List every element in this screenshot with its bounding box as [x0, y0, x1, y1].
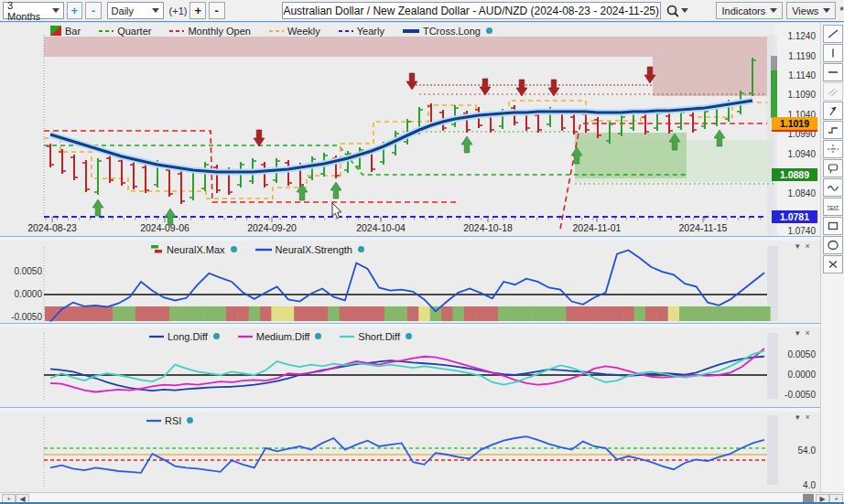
text-tool[interactable]: TEXT [823, 198, 843, 216]
diff-close-icon[interactable]: × [806, 328, 810, 338]
delete-tool[interactable] [823, 255, 843, 273]
short-diff-legend-icon [340, 334, 354, 339]
legend-item-weekly[interactable]: Weekly [269, 26, 320, 37]
toolbar: 3 Months + - Daily (+1) + - Australian D… [0, 0, 844, 22]
info-dot-icon[interactable] [486, 27, 492, 34]
rsi-panel-canvas[interactable] [0, 412, 820, 492]
price-tag: 1.1019 [772, 117, 817, 132]
callout-icon [827, 163, 839, 174]
neuralx-panel-canvas[interactable] [0, 241, 820, 323]
legend-label: Yearly [357, 26, 384, 37]
info-dot-icon[interactable] [358, 246, 364, 252]
legend-label: Long.Diff [168, 331, 208, 342]
main-chart-canvas[interactable] [0, 23, 820, 236]
neuralx-close-icon[interactable]: × [806, 241, 810, 251]
period-plus-button[interactable]: + [189, 2, 206, 19]
horizontal-line-tool[interactable] [823, 63, 843, 81]
legend-item-short-diff[interactable]: Short.Diff [340, 331, 412, 342]
panel-bg [0, 412, 820, 492]
price-tag: 1.0781 [772, 210, 817, 223]
star-indicator: * [839, 5, 844, 17]
parallel-lines-tool [823, 82, 843, 101]
diff-axis-label: -0.0050 [774, 390, 816, 400]
range-select[interactable]: 3 Months [3, 2, 64, 19]
legend-item-neuralx-strength[interactable]: NeuralX.Strength [255, 244, 364, 255]
legend-item-rsi[interactable]: RSI [146, 415, 193, 426]
indicators-button[interactable]: Indicators [716, 2, 783, 19]
shaded-band [653, 57, 767, 96]
shaded-band [771, 70, 777, 118]
rectangle-icon [827, 220, 839, 231]
period-minus-button[interactable]: - [209, 2, 225, 19]
rsi-collapse-icon[interactable]: ▾ [795, 413, 800, 422]
buy-arrow-icon [330, 182, 341, 198]
info-dot-icon[interactable] [187, 417, 193, 424]
info-dot-icon[interactable] [231, 246, 237, 252]
rsi-axis-label: 54.0 [774, 445, 816, 456]
buy-arrow-icon [297, 184, 308, 200]
diff-collapse-icon[interactable]: ▾ [795, 328, 800, 338]
legend-item-long-diff[interactable]: Long.Diff [149, 331, 220, 342]
neuralx-collapse-icon[interactable]: ▾ [795, 241, 800, 251]
yearly-legend-icon [339, 28, 353, 34]
legend-item-tcross-long[interactable]: TCross.Long [403, 26, 492, 37]
wave-tool[interactable] [823, 178, 843, 197]
crosshair-icon [827, 144, 839, 155]
period-select[interactable]: Daily [107, 2, 164, 19]
legend-label: NeuralX.Strength [276, 244, 352, 255]
chevron-down-icon [770, 8, 777, 13]
sell-arrow-icon [548, 80, 559, 96]
neuralx-panel-legend: NeuralX.Max NeuralX.Strength [151, 243, 377, 255]
indicators-button-label: Indicators [721, 5, 765, 16]
views-button[interactable]: Views [786, 2, 836, 19]
trend-line-tool[interactable] [823, 25, 843, 43]
buy-arrow-icon [165, 209, 176, 225]
diff-panel-legend: Long.Diff Medium.Diff Short.Diff [149, 330, 425, 342]
neuralx-max-strip [45, 306, 771, 321]
legend-item-yearly[interactable]: Yearly [339, 26, 384, 37]
medium-diff-legend-icon [238, 334, 253, 339]
diff-axis-label: 0.0050 [774, 349, 816, 359]
fib-tool[interactable] [823, 121, 843, 139]
legend-item-monthly-open[interactable]: Monthly Open [169, 26, 250, 37]
vertical-line-tool[interactable] [823, 44, 843, 62]
range-zoom-in-button[interactable]: + [67, 2, 83, 19]
sell-arrow-icon [254, 130, 265, 146]
scrollbar-thumb[interactable] [803, 494, 814, 502]
ellipse-tool[interactable] [823, 236, 843, 254]
legend-item-bar[interactable]: Bar [50, 26, 81, 37]
info-dot-icon[interactable] [315, 333, 321, 339]
search-icon[interactable] [665, 4, 679, 18]
info-dot-icon[interactable] [213, 333, 220, 339]
rsi-panel-legend: RSI [146, 414, 206, 426]
rectangle-tool[interactable] [823, 217, 843, 235]
legend-item-quarter[interactable]: Quarter [99, 26, 151, 37]
legend-label: TCross.Long [423, 26, 481, 37]
text-icon: TEXT [827, 201, 839, 212]
neuralx-axis-label: 0.0000 [0, 289, 42, 299]
range-zoom-out-button[interactable]: - [85, 2, 102, 19]
chevron-down-icon [823, 8, 830, 13]
period-offset-label: (+1) [169, 5, 188, 16]
flag-tool[interactable] [823, 102, 843, 120]
ellipse-icon [827, 240, 839, 251]
rsi-axis-label: 4.0 [774, 480, 816, 490]
rsi-close-icon[interactable]: × [806, 413, 810, 422]
main-chart-legend: Bar Quarter Monthly Open Weekly Yearly T… [50, 25, 505, 37]
legend-item-neuralx-max[interactable]: NeuralX.Max [151, 244, 237, 255]
range-select-value: 3 Months [7, 0, 48, 22]
legend-label: Weekly [287, 26, 320, 37]
info-dot-icon[interactable] [406, 333, 412, 339]
horizontal-line-icon [827, 67, 839, 78]
crosshair-tool[interactable] [823, 140, 843, 158]
bar-legend-icon [50, 26, 61, 36]
trend-line-icon [827, 28, 839, 39]
neuralx-strength-legend-icon [255, 247, 272, 252]
search-dropdown-icon[interactable] [681, 8, 688, 13]
callout-tool[interactable] [823, 159, 843, 177]
sell-arrow-icon [480, 79, 491, 95]
legend-label: NeuralX.Max [167, 244, 225, 255]
quarter-legend-icon [99, 28, 114, 34]
chart-title[interactable]: Australian Dollar / New Zealand Dollar -… [282, 2, 661, 19]
legend-item-medium-diff[interactable]: Medium.Diff [238, 331, 321, 342]
